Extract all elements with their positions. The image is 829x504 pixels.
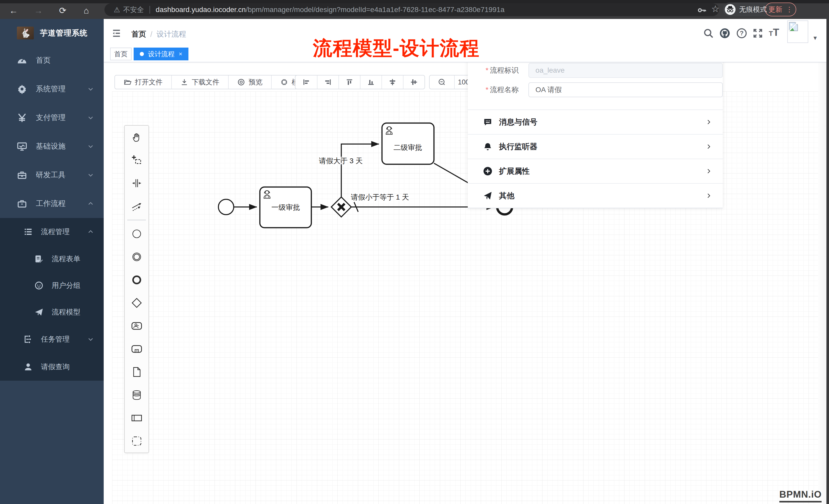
space-tool[interactable] [125,172,148,195]
create-gateway[interactable] [125,292,148,314]
open-file-button[interactable]: 打开文件 [115,75,171,89]
bell-icon [483,142,492,151]
section-extended-attributes[interactable]: 扩展属性 [468,159,723,184]
avatar-caret-icon[interactable]: ▼ [813,35,818,41]
flow-gateway-to-task2[interactable] [341,144,379,197]
incognito-label: 无痕模式 [739,5,767,14]
sidebar-item-process-model[interactable]: 流程模型 [0,299,104,325]
create-start-event[interactable] [125,222,148,245]
align-left-button[interactable] [295,75,317,89]
sidebar-item-task-mgmt[interactable]: 任务管理 [0,325,104,353]
create-participant[interactable] [125,406,148,430]
browser-home-icon[interactable]: ⌂ [81,6,92,16]
process-id-label: 流程标识 [490,66,521,75]
button-label: 下载文件 [192,78,219,87]
sidebar-item-workflow[interactable]: 工作流程 [0,189,104,218]
align-top-button[interactable] [338,75,360,89]
create-data-object[interactable] [125,360,148,384]
browser-reload-icon[interactable]: ⟳ [58,6,68,16]
download-file-button[interactable]: 下载文件 [171,75,228,89]
preview-button[interactable]: 预览 [228,75,271,89]
bpmn-palette [124,125,149,453]
url-bar[interactable]: ⚠ 不安全 dashboard.yudao.iocoder.cn/bpm/man… [104,3,719,16]
process-name-input[interactable] [529,82,723,97]
sidebar-item-infra[interactable]: 基础设施 [0,132,104,161]
update-label: 更新 [768,5,783,14]
chevron-down-icon [87,86,94,92]
github-icon[interactable] [719,28,730,39]
canvas-right-gutter [818,63,826,504]
section-execution-listener[interactable]: 执行监听器 [468,134,723,159]
start-event[interactable] [218,199,234,215]
section-messages-signals[interactable]: 消息与信号 [468,110,723,134]
avatar[interactable] [787,21,808,43]
user-task-level1[interactable]: 一级审批 [260,187,311,228]
section-other[interactable]: 其他 [468,184,723,208]
chevron-down-icon [87,336,94,343]
update-button[interactable]: 更新 ⋮ [765,3,796,16]
key-icon[interactable] [697,5,707,15]
chevron-up-icon [87,200,94,207]
create-end-event[interactable] [125,268,148,292]
list-icon [24,227,33,236]
lasso-tool[interactable] [125,149,148,172]
sidebar-item-label: 流程模型 [52,307,80,317]
process-id-input[interactable] [529,63,723,78]
browser-back-icon[interactable]: ← [8,6,19,16]
sidebar-item-process-mgmt[interactable]: 流程管理 [0,218,104,245]
sidebar-collapse-icon[interactable] [111,28,122,38]
process-name-field-row: * 流程名称 [468,82,723,97]
browser-forward-icon[interactable]: → [33,6,43,16]
bookmark-star-icon[interactable]: ☆ [711,4,719,14]
font-size-icon[interactable]: TT [769,27,780,38]
url-path: /bpm/manager/model/design?modelId=e4a1a1… [246,6,505,14]
plane-icon [34,308,43,317]
sidebar-item-label: 基础设施 [36,141,66,151]
sidebar-item-devtools[interactable]: 研发工具 [0,161,104,189]
create-intermediate-event[interactable] [125,245,148,268]
align-center-button[interactable] [403,75,425,89]
sidebar-item-leave-query[interactable]: 请假查询 [0,353,104,381]
sidebar-item-system[interactable]: 系统管理 [0,75,104,103]
create-group[interactable] [125,430,148,453]
help-icon[interactable]: ? [736,28,747,39]
fullscreen-icon[interactable] [752,28,763,39]
search-icon[interactable] [703,28,714,39]
section-title: 扩展属性 [499,166,530,177]
align-toolbar-group [295,75,425,89]
align-middle-button[interactable] [382,75,403,89]
user-task-level2[interactable]: 二级审批 [382,123,434,164]
required-mark: * [468,86,489,94]
tab-home[interactable]: 首页 [110,48,132,61]
active-tab-dot [140,52,144,56]
preview-icon [237,78,245,86]
sidebar-item-user-group[interactable]: 用户分组 [0,272,104,299]
create-data-store[interactable] [125,384,148,406]
browser-chrome: ← → ⟳ ⌂ ⚠ 不安全 dashboard.yudao.iocoder.cn… [0,0,829,19]
sidebar-item-label: 研发工具 [36,170,66,180]
create-user-task[interactable] [125,314,148,338]
sidebar-item-label: 任务管理 [41,335,70,344]
breadcrumb-home[interactable]: 首页 [131,29,146,39]
align-bottom-button[interactable] [360,75,382,89]
sidebar-item-label: 工作流程 [36,198,66,209]
url-separator [149,6,150,13]
browser-menu-dots-icon[interactable]: ⋮ [786,5,793,13]
sidebar-item-label: 请假查询 [41,362,70,372]
chevron-up-icon [87,228,94,235]
hand-tool[interactable] [125,126,148,149]
tab-close-icon[interactable]: × [179,50,182,57]
sidebar-item-home[interactable]: 首页 [0,46,104,75]
zoom-out-button[interactable] [430,75,454,89]
sidebar-item-payment[interactable]: 支付管理 [0,103,104,132]
exclusive-gateway[interactable] [331,197,351,217]
app-logo-row[interactable]: 🐇 芋道管理系统 [0,19,104,46]
chevron-right-icon [705,119,712,125]
align-right-button[interactable] [317,75,338,89]
create-subprocess[interactable] [125,338,148,360]
app-title: 芋道管理系统 [40,28,87,38]
sidebar-item-process-form[interactable]: 流程表单 [0,245,104,272]
bpmn-io-logo[interactable]: BPMN.iO [779,489,822,502]
tab-design-process[interactable]: 设计流程 × [134,48,188,61]
global-connect-tool[interactable] [125,195,148,218]
